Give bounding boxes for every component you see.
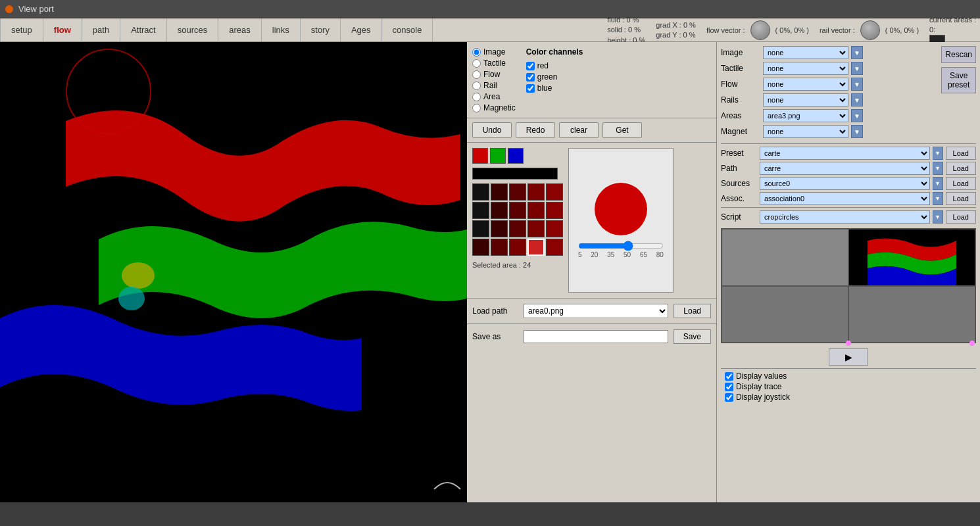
grid-cell[interactable] bbox=[509, 220, 526, 237]
script-arrow[interactable]: ▼ bbox=[933, 210, 943, 224]
channel-red-checkbox[interactable] bbox=[526, 62, 535, 70]
channel-blue-label[interactable]: blue bbox=[526, 84, 583, 93]
close-icon[interactable] bbox=[5, 5, 13, 13]
tab-sources[interactable]: sources bbox=[167, 18, 219, 41]
viewport-canvas[interactable] bbox=[0, 42, 467, 502]
grid-cell[interactable] bbox=[546, 202, 563, 219]
config-tactile-row: Tactile none ▼ bbox=[721, 62, 937, 75]
config-rails-select[interactable]: none bbox=[763, 93, 848, 107]
config-areas-arrow[interactable]: ▼ bbox=[851, 109, 863, 122]
play-button[interactable]: ▶ bbox=[829, 348, 868, 366]
grid-cell[interactable] bbox=[509, 183, 526, 201]
tab-flow[interactable]: flow bbox=[43, 18, 82, 41]
path-select[interactable]: area0.png bbox=[524, 304, 668, 318]
config-areas-select[interactable]: area3.png bbox=[763, 109, 848, 122]
radio-area[interactable]: Area bbox=[472, 92, 516, 101]
grid-cell[interactable] bbox=[527, 202, 545, 219]
grid-cell[interactable] bbox=[472, 220, 489, 237]
tab-links[interactable]: links bbox=[262, 18, 301, 41]
assoc-label: Assoc. bbox=[721, 194, 757, 203]
tab-areas[interactable]: areas bbox=[218, 18, 262, 41]
save-as-input[interactable] bbox=[524, 330, 668, 343]
play-btn-row: ▶ bbox=[721, 348, 976, 366]
slider-container bbox=[578, 241, 664, 251]
display-trace-item: Display trace bbox=[725, 382, 972, 391]
config-magnet-arrow[interactable]: ▼ bbox=[851, 125, 863, 138]
radio-tactile[interactable]: Tactile bbox=[472, 59, 516, 68]
preset-arrow[interactable]: ▼ bbox=[933, 147, 943, 160]
middle-panel: Image Tactile Flow Rail Area bbox=[467, 42, 717, 502]
clear-button[interactable]: clear bbox=[559, 122, 599, 138]
grid-cell[interactable] bbox=[491, 202, 508, 219]
swatch-black-bar[interactable] bbox=[472, 168, 558, 179]
tab-ages[interactable]: Ages bbox=[341, 18, 382, 41]
config-flow-arrow[interactable]: ▼ bbox=[851, 78, 863, 91]
viewport[interactable] bbox=[0, 42, 467, 502]
tab-story[interactable]: story bbox=[301, 18, 341, 41]
config-tactile-select[interactable]: none bbox=[763, 62, 848, 75]
radio-rail[interactable]: Rail bbox=[472, 81, 516, 90]
config-areas-row: Areas area3.png ▼ bbox=[721, 109, 937, 122]
grid-cell[interactable] bbox=[472, 202, 489, 219]
grid-cell[interactable] bbox=[527, 183, 545, 201]
path-load-button[interactable]: Load bbox=[946, 162, 976, 175]
sources-load-button[interactable]: Load bbox=[946, 177, 976, 190]
display-joystick-checkbox[interactable] bbox=[725, 393, 733, 402]
path-preset-select[interactable]: carre bbox=[760, 162, 930, 175]
sources-label: Sources bbox=[721, 179, 757, 188]
swatch-green[interactable] bbox=[490, 148, 506, 164]
grid-cell[interactable] bbox=[509, 239, 526, 256]
tab-console[interactable]: console bbox=[382, 18, 433, 41]
display-trace-checkbox[interactable] bbox=[725, 383, 733, 391]
tab-attract[interactable]: Attract bbox=[120, 18, 167, 41]
tab-path[interactable]: path bbox=[82, 18, 120, 41]
grid-cell[interactable] bbox=[491, 183, 508, 201]
channel-blue-checkbox[interactable] bbox=[526, 84, 535, 93]
grid-cell[interactable] bbox=[527, 220, 545, 237]
tab-setup[interactable]: setup bbox=[0, 18, 43, 41]
display-values-checkbox[interactable] bbox=[725, 372, 733, 381]
sources-select[interactable]: source0 bbox=[760, 177, 930, 190]
save-button[interactable]: Save bbox=[674, 329, 711, 344]
config-magnet-select[interactable]: none bbox=[763, 125, 848, 138]
preset-select[interactable]: carte bbox=[760, 147, 930, 160]
load-path-button[interactable]: Load bbox=[674, 304, 711, 318]
path-arrow[interactable]: ▼ bbox=[933, 162, 943, 175]
get-button[interactable]: Get bbox=[602, 122, 642, 138]
redo-button[interactable]: Redo bbox=[516, 122, 555, 138]
radio-image[interactable]: Image bbox=[472, 47, 516, 57]
sources-arrow[interactable]: ▼ bbox=[933, 177, 943, 190]
assoc-select[interactable]: association0 bbox=[760, 192, 930, 205]
grid-cell[interactable] bbox=[491, 239, 508, 256]
radio-flow[interactable]: Flow bbox=[472, 70, 516, 79]
undo-button[interactable]: Undo bbox=[472, 122, 512, 138]
config-rails-arrow[interactable]: ▼ bbox=[851, 93, 863, 107]
script-select[interactable]: cropcircles bbox=[760, 210, 930, 224]
swatch-blue[interactable] bbox=[508, 148, 524, 164]
script-load-button[interactable]: Load bbox=[946, 210, 976, 224]
swatch-red[interactable] bbox=[472, 148, 488, 164]
grid-cell-selected[interactable] bbox=[527, 239, 545, 256]
config-flow-select[interactable]: none bbox=[763, 78, 848, 91]
assoc-arrow[interactable]: ▼ bbox=[933, 192, 943, 205]
config-tactile-arrow[interactable]: ▼ bbox=[851, 62, 863, 75]
config-rails-label: Rails bbox=[721, 95, 760, 105]
size-slider[interactable] bbox=[578, 241, 664, 251]
grid-cell[interactable] bbox=[546, 183, 563, 201]
grid-cell[interactable] bbox=[491, 220, 508, 237]
channel-green-label[interactable]: green bbox=[526, 72, 583, 82]
config-image-select[interactable]: none bbox=[763, 46, 848, 59]
grid-cell[interactable] bbox=[472, 183, 489, 201]
grid-cell[interactable] bbox=[546, 239, 563, 256]
grid-cell[interactable] bbox=[546, 220, 563, 237]
preset-load-button[interactable]: Load bbox=[946, 147, 976, 160]
channel-green-checkbox[interactable] bbox=[526, 73, 535, 82]
config-image-arrow[interactable]: ▼ bbox=[851, 46, 863, 59]
channel-red-label[interactable]: red bbox=[526, 61, 583, 70]
assoc-load-button[interactable]: Load bbox=[946, 192, 976, 205]
rescan-button[interactable]: Rescan bbox=[941, 46, 976, 63]
save-preset-button[interactable]: Savepreset bbox=[941, 67, 976, 93]
grid-cell[interactable] bbox=[472, 239, 489, 256]
grid-cell[interactable] bbox=[509, 202, 526, 219]
radio-magnetic[interactable]: Magnetic bbox=[472, 103, 516, 112]
